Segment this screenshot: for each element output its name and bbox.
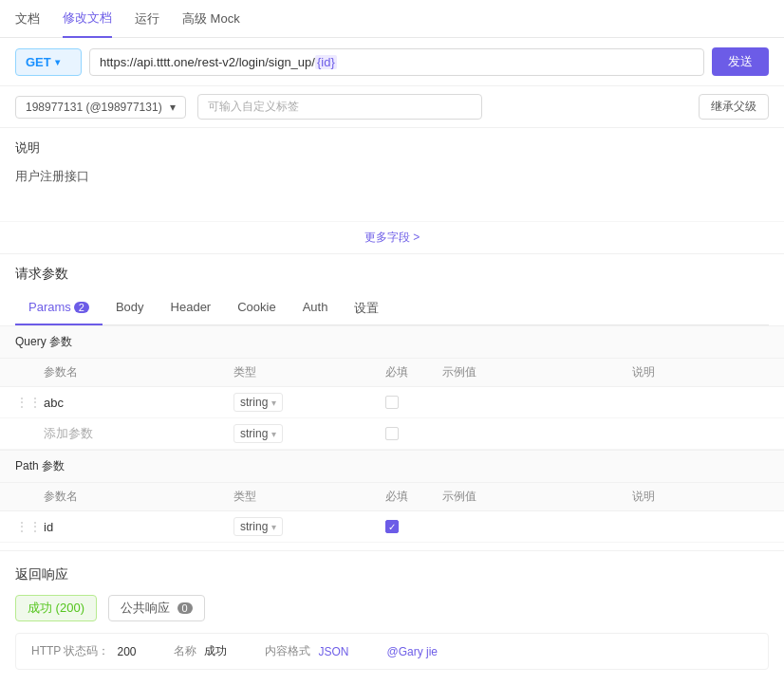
tab-settings[interactable]: 设置 [341,292,392,324]
path-group: Path 参数 参数名 类型 必填 示例值 说明 ⋮⋮ id string ▾ [0,450,784,543]
col-type-1: 类型 [233,364,385,380]
tab-params[interactable]: Params2 [15,292,103,324]
query-group-label: Query 参数 [0,325,784,359]
col-example-1: 示例值 [442,364,632,380]
method-select[interactable]: GET ▾ [15,48,82,76]
content-label: 内容格式 [265,643,310,659]
path-group-label: Path 参数 [0,450,784,483]
url-text: https://api.tttt.one/rest-v2/login/sign_… [100,55,315,69]
name-detail: 名称 成功 [174,643,227,659]
request-params: 请求参数 Params2 Body Header Cookie Auth 设置 [0,254,784,325]
user-arrow-icon: ▾ [170,101,176,114]
tag-placeholder: 可输入自定义标签 [208,100,299,113]
description-label: 说明 [15,139,769,157]
path-param-headers: 参数名 类型 必填 示例值 说明 [0,483,784,511]
tag-input[interactable]: 可输入自定义标签 [197,94,482,120]
col-desc-1: 说明 [632,364,769,380]
type-select-add[interactable]: string ▾ [233,424,283,443]
params-tabs: Params2 Body Header Cookie Auth 设置 [15,292,769,325]
public-response-btn[interactable]: 公共响应 0 [108,595,205,621]
col-name-1: 参数名 [44,364,233,380]
meta-row: 198977131 (@198977131) ▾ 可输入自定义标签 继承父级 [0,86,784,128]
section-title: 请求参数 [15,266,769,283]
required-checkbox-add[interactable] [385,427,399,440]
nav-item-mock[interactable]: 高级 Mock [182,1,240,37]
content-value: JSON [318,645,348,658]
tab-params-label: Params [28,300,71,314]
url-display[interactable]: https://api.tttt.one/rest-v2/login/sign_… [89,48,704,76]
param-name-abc[interactable]: abc [44,396,233,410]
response-title: 返回响应 [15,566,769,583]
method-label: GET [26,55,51,69]
tab-settings-label: 设置 [354,301,379,315]
type-value-add: string [240,427,268,440]
col-required-1: 必填 [385,364,442,380]
type-arrow-icon: ▾ [271,398,276,408]
tab-auth-label: Auth [303,300,328,314]
type-arrow-id-icon: ▾ [271,522,276,532]
type-select-abc[interactable]: string ▾ [233,393,283,412]
user-select[interactable]: 198977131 (@198977131) ▾ [15,96,186,119]
path-row-id: ⋮⋮ id string ▾ [0,511,784,543]
url-highlight: {id} [315,55,337,69]
query-row-add: 添加参数 string ▾ [0,418,784,450]
method-arrow-icon: ▾ [55,57,60,67]
status-detail: HTTP 状态码： 200 [31,643,136,659]
tab-cookie[interactable]: Cookie [224,292,289,324]
response-detail: HTTP 状态码： 200 名称 成功 内容格式 JSON @Gary jie [15,633,769,670]
description-section: 说明 用户注册接口 [0,128,784,222]
path-col-desc: 说明 [632,489,769,505]
path-col-type: 类型 [233,489,385,505]
tab-auth[interactable]: Auth [289,292,342,324]
name-label: 名称 [174,643,196,659]
inherit-button[interactable]: 继承父级 [699,94,769,120]
tab-header-label: Header [171,300,212,314]
path-col-name: 参数名 [44,489,233,505]
type-select-id[interactable]: string ▾ [233,517,283,536]
response-row: 成功 (200) 公共响应 0 [15,595,769,621]
tab-cookie-label: Cookie [237,300,275,314]
response-section: 返回响应 成功 (200) 公共响应 0 HTTP 状态码： 200 名称 成功… [0,550,784,685]
public-count-badge: 0 [177,602,193,614]
nav-item-run[interactable]: 运行 [135,1,159,37]
drag-handle-id-icon[interactable]: ⋮⋮ [15,519,44,534]
public-resp-label: 公共响应 [121,601,170,615]
tab-params-badge: 2 [74,302,89,313]
type-value-abc: string [240,396,268,409]
query-group: Query 参数 参数名 类型 必填 示例值 说明 ⋮⋮ abc string … [0,325,784,450]
extra-detail: @Gary jie [387,643,439,659]
description-text: 用户注册接口 [15,162,769,191]
extra-value: @Gary jie [387,645,439,658]
query-param-headers: 参数名 类型 必填 示例值 说明 [0,359,784,387]
top-nav: 文档 修改文档 运行 高级 Mock [0,0,784,38]
status-value: 200 [117,645,136,658]
param-name-add[interactable]: 添加参数 [44,425,233,442]
status-label: HTTP 状态码： [31,643,109,659]
required-checkbox-abc[interactable] [385,396,399,409]
drag-handle-icon[interactable]: ⋮⋮ [15,395,44,410]
url-bar: GET ▾ https://api.tttt.one/rest-v2/login… [0,38,784,86]
required-checkbox-id[interactable] [385,520,399,533]
success-badge: 成功 (200) [15,595,97,621]
more-fields[interactable]: 更多字段 > [0,222,784,254]
param-name-id[interactable]: id [44,520,233,534]
type-value-id: string [240,520,268,533]
nav-item-docs[interactable]: 文档 [15,1,40,37]
path-col-required: 必填 [385,489,442,505]
nav-item-edit[interactable]: 修改文档 [63,0,112,38]
name-value: 成功 [204,643,227,659]
content-detail: 内容格式 JSON [265,643,348,659]
tab-header[interactable]: Header [158,292,225,324]
more-fields-link[interactable]: 更多字段 > [364,231,420,244]
tab-body[interactable]: Body [103,292,158,324]
tab-body-label: Body [116,300,144,314]
send-button[interactable]: 发送 [712,47,769,76]
query-row-abc: ⋮⋮ abc string ▾ [0,387,784,418]
type-arrow-add-icon: ▾ [271,429,276,439]
user-label: 198977131 (@198977131) [26,101,162,114]
path-col-example: 示例值 [442,489,632,505]
